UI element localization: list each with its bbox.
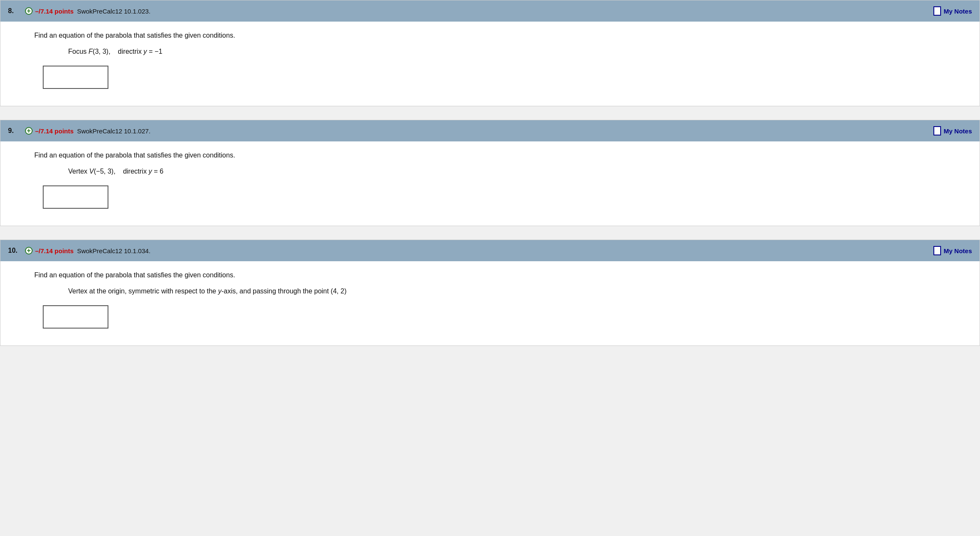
question-code-3: SwokPreCalc12 10.1.034. — [77, 247, 150, 254]
answer-input-1[interactable] — [43, 66, 108, 89]
question-number-2: 9. — [8, 127, 25, 135]
plus-icon-3[interactable]: + — [25, 247, 33, 254]
question-body-3: Find an equation of the parabola that sa… — [0, 261, 980, 345]
question-header-2: 9. + –/7.14 points SwokPreCalc12 10.1.02… — [0, 120, 980, 141]
question-block-3: 10. + –/7.14 points SwokPreCalc12 10.1.0… — [0, 240, 980, 346]
points-text-2: –/7.14 points — [35, 127, 74, 135]
plus-icon-2[interactable]: + — [25, 127, 33, 135]
my-notes-button-3[interactable]: My Notes — [933, 246, 972, 255]
answer-input-2[interactable] — [43, 185, 108, 209]
my-notes-label-1: My Notes — [944, 8, 972, 15]
plus-icon-1[interactable]: + — [25, 7, 33, 15]
question-number-1: 8. — [8, 7, 25, 15]
condition-line-1: Focus F(3, 3), directrix y = −1 — [68, 48, 946, 55]
question-body-2: Find an equation of the parabola that sa… — [0, 141, 980, 226]
my-notes-label-2: My Notes — [944, 127, 972, 135]
my-notes-label-3: My Notes — [944, 247, 972, 254]
notes-icon-1 — [933, 6, 941, 16]
condition-line-2: Vertex V(−5, 3), directrix y = 6 — [68, 168, 946, 175]
points-text-1: –/7.14 points — [35, 8, 74, 15]
my-notes-button-1[interactable]: My Notes — [933, 6, 972, 16]
question-code-1: SwokPreCalc12 10.1.023. — [77, 8, 150, 15]
notes-icon-2 — [933, 126, 941, 135]
question-block-2: 9. + –/7.14 points SwokPreCalc12 10.1.02… — [0, 120, 980, 226]
question-header-3: 10. + –/7.14 points SwokPreCalc12 10.1.0… — [0, 240, 980, 261]
question-number-3: 10. — [8, 247, 25, 254]
notes-icon-3 — [933, 246, 941, 255]
question-text-2: Find an equation of the parabola that sa… — [34, 152, 946, 159]
page-wrapper: 8. + –/7.14 points SwokPreCalc12 10.1.02… — [0, 0, 980, 346]
condition-line-3: Vertex at the origin, symmetric with res… — [68, 287, 946, 295]
question-block-1: 8. + –/7.14 points SwokPreCalc12 10.1.02… — [0, 0, 980, 106]
question-header-1: 8. + –/7.14 points SwokPreCalc12 10.1.02… — [0, 0, 980, 22]
question-code-2: SwokPreCalc12 10.1.027. — [77, 127, 150, 135]
question-text-3: Find an equation of the parabola that sa… — [34, 271, 946, 279]
answer-input-3[interactable] — [43, 305, 108, 329]
points-text-3: –/7.14 points — [35, 247, 74, 254]
my-notes-button-2[interactable]: My Notes — [933, 126, 972, 135]
question-body-1: Find an equation of the parabola that sa… — [0, 22, 980, 106]
question-text-1: Find an equation of the parabola that sa… — [34, 32, 946, 39]
